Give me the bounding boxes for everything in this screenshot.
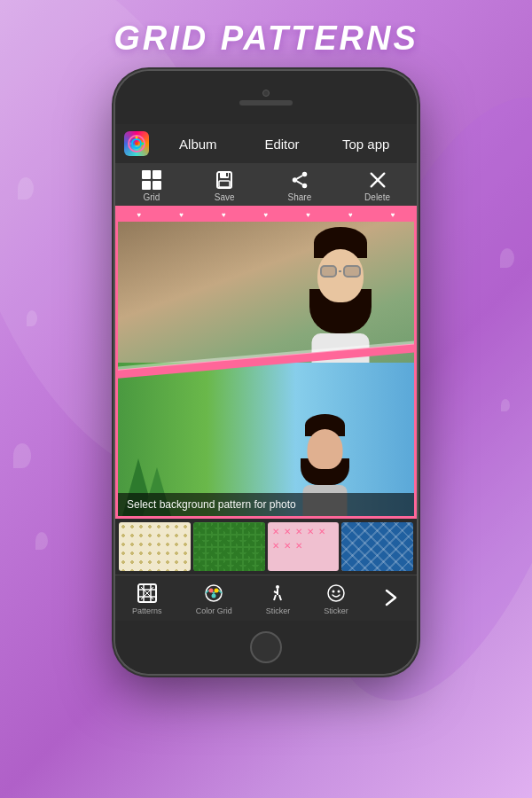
phone-top-bar <box>115 71 417 124</box>
tab-sticker2-label: Sticker <box>324 606 348 615</box>
pattern-green[interactable] <box>193 522 265 571</box>
tab-sticker2[interactable]: Sticker <box>324 583 348 615</box>
tab-more[interactable] <box>382 587 400 611</box>
phone-screen: Album Editor Top app Grid <box>115 124 417 621</box>
delete-tool[interactable]: Delete <box>364 170 390 202</box>
photo-area: ♥ ♥ ♥ ♥ ♥ ♥ ♥ <box>115 206 417 519</box>
svg-point-25 <box>212 594 216 598</box>
share-tool[interactable]: Share <box>288 170 312 202</box>
delete-label: Delete <box>364 192 390 202</box>
pattern-selector: ✕ ✕ ✕ ✕ ✕ ✕ ✕ ✕ <box>115 519 417 575</box>
phone-bottom <box>115 621 417 674</box>
svg-point-23 <box>209 589 214 593</box>
phone-speaker <box>239 100 293 106</box>
pattern-blue[interactable] <box>341 522 413 571</box>
nav-bar: Album Editor Top app <box>115 124 417 163</box>
svg-line-29 <box>274 595 276 600</box>
grid-label: Grid <box>143 192 160 202</box>
page-title: GRID PATTERNS <box>0 20 532 58</box>
water-drop <box>35 532 48 550</box>
share-label: Share <box>288 192 312 202</box>
tab-color-grid[interactable]: Color Grid <box>196 583 232 615</box>
svg-point-2 <box>135 142 138 145</box>
pattern-beige[interactable] <box>119 522 191 571</box>
delete-icon <box>368 170 387 190</box>
sticker2-icon <box>325 583 347 604</box>
water-drop <box>500 248 514 268</box>
save-icon <box>215 170 234 190</box>
pattern-pink[interactable]: ✕ ✕ ✕ ✕ ✕ ✕ ✕ ✕ <box>268 522 340 571</box>
svg-point-12 <box>302 184 308 189</box>
tab-sticker1[interactable]: Sticker <box>266 583 291 615</box>
more-icon <box>382 587 400 608</box>
svg-point-11 <box>293 177 298 183</box>
nav-album[interactable]: Album <box>156 137 240 152</box>
water-drop <box>27 310 37 326</box>
home-button[interactable] <box>250 631 282 663</box>
svg-rect-9 <box>226 173 228 176</box>
svg-point-3 <box>136 137 138 139</box>
svg-line-14 <box>297 176 302 179</box>
save-label: Save <box>215 192 235 202</box>
svg-point-24 <box>215 589 219 593</box>
status-text: Select background pattern for photo <box>118 493 414 516</box>
sticker1-icon <box>267 583 288 604</box>
app-icon[interactable] <box>124 131 149 156</box>
color-grid-icon <box>203 583 224 604</box>
svg-point-32 <box>332 591 335 593</box>
svg-rect-8 <box>219 181 230 187</box>
nav-top-app[interactable]: Top app <box>324 137 408 152</box>
svg-line-30 <box>279 595 281 600</box>
toolbar: Grid Save <box>115 163 417 206</box>
svg-point-4 <box>142 143 145 145</box>
svg-point-31 <box>328 585 344 601</box>
grid-tool[interactable]: Grid <box>142 170 161 202</box>
tab-patterns-label: Patterns <box>132 606 162 615</box>
patterns-icon <box>137 583 158 604</box>
nav-editor[interactable]: Editor <box>240 137 325 152</box>
svg-point-10 <box>302 172 308 177</box>
water-drop <box>13 443 31 468</box>
svg-point-26 <box>276 585 279 589</box>
bottom-tabs: Patterns Color Grid <box>115 575 417 621</box>
svg-point-5 <box>129 143 132 145</box>
grid-icon <box>142 170 161 190</box>
water-drop <box>501 399 510 411</box>
water-drop <box>18 177 34 200</box>
phone-frame: Album Editor Top app Grid <box>115 71 417 674</box>
tab-color-grid-label: Color Grid <box>196 606 232 615</box>
save-tool[interactable]: Save <box>215 170 235 202</box>
phone-camera <box>262 90 270 97</box>
tab-sticker1-label: Sticker <box>266 606 291 615</box>
svg-point-33 <box>338 591 340 593</box>
share-icon <box>290 170 309 190</box>
hearts-decoration: ♥ ♥ ♥ ♥ ♥ ♥ ♥ <box>118 208 414 222</box>
svg-line-13 <box>297 181 302 184</box>
tab-patterns[interactable]: Patterns <box>132 583 162 615</box>
